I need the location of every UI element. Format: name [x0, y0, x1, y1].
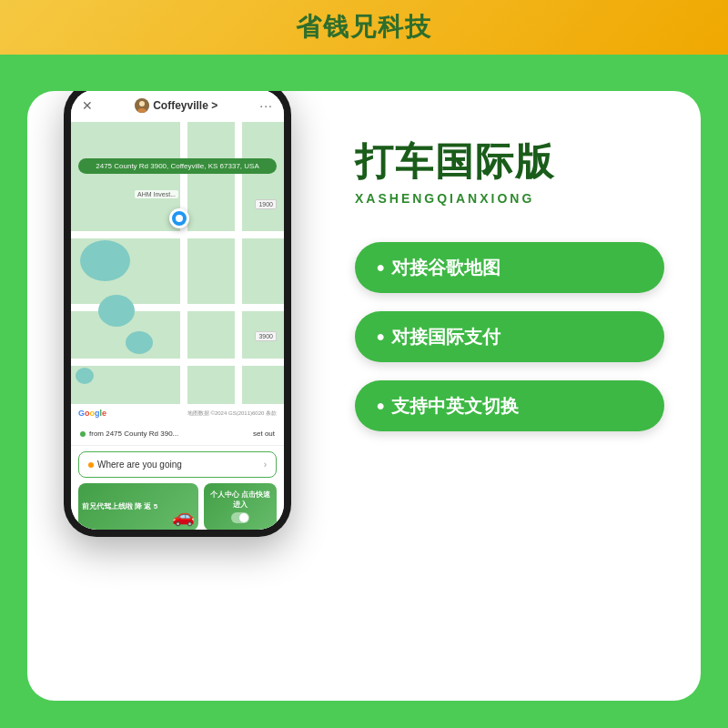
phone-screen: ✕ Coffeyville > ··· [71, 91, 284, 530]
location-label: Coffeyville > [153, 99, 217, 112]
google-logo: Google [78, 409, 106, 418]
feature-label-1: 对接谷歌地图 [391, 256, 500, 280]
road-h1 [71, 231, 284, 238]
set-out-label: set out [253, 430, 275, 438]
bullet-1: • [377, 255, 384, 280]
bullet-3: • [377, 393, 384, 419]
car-icon: 🚗 [172, 505, 195, 527]
map-area: 2475 County Rd 3900, Coffeyville, KS 673… [71, 122, 284, 404]
feature-label-2: 对接国际支付 [391, 325, 500, 349]
pin-inner [176, 215, 183, 222]
promo-banner[interactable]: 前兄代驾上线啦 降 返 5 🚗 [78, 483, 198, 530]
close-icon[interactable]: ✕ [82, 98, 93, 113]
water-body-3 [126, 331, 153, 354]
promo-text: 前兄代驾上线啦 降 返 5 [82, 502, 157, 511]
main-card: ✕ Coffeyville > ··· [27, 91, 701, 701]
app-title: 打车国际版 [355, 136, 664, 187]
where-placeholder: Where are you going [97, 460, 260, 470]
ahm-label: AHM Invest... [135, 190, 178, 198]
banner-title: 省钱兄科技 [296, 10, 432, 45]
map-attribution: 地图数据 ©2024 GS(2011)6020 条款 [187, 410, 277, 418]
google-logo-area: Google 地图数据 ©2024 GS(2011)6020 条款 [71, 404, 284, 422]
bullet-2: • [377, 324, 384, 349]
pin-circle [169, 208, 189, 228]
top-banner: 省钱兄科技 [0, 0, 728, 55]
chevron-right-icon: › [264, 460, 267, 470]
road-h3 [71, 359, 284, 366]
where-row[interactable]: Where are you going › [78, 451, 277, 478]
phone-container: ✕ Coffeyville > ··· [46, 91, 337, 701]
phone-location: Coffeyville > [135, 98, 217, 113]
from-dot [80, 431, 86, 437]
map-pin [169, 208, 189, 228]
feature-language: • 支持中英文切换 [355, 380, 664, 431]
from-address: from 2475 County Rd 390... [89, 430, 249, 438]
destination-dot [88, 462, 94, 468]
svg-point-1 [139, 101, 145, 106]
profile-text: 个人中心 点击快速进入 [207, 490, 273, 510]
phone-outer: ✕ Coffeyville > ··· [64, 91, 291, 537]
feature-label-3: 支持中英文切换 [391, 394, 519, 419]
phone-top-bar: ✕ Coffeyville > ··· [71, 91, 284, 122]
water-body-4 [76, 368, 94, 384]
feature-google-maps: • 对接谷歌地图 [355, 242, 664, 293]
more-icon[interactable]: ··· [259, 98, 273, 113]
road-label-2: 3900 [255, 331, 277, 341]
main-area: ✕ Coffeyville > ··· [0, 55, 728, 728]
phone-bottom-banner: 前兄代驾上线啦 降 返 5 🚗 个人中心 点击快速进入 [78, 483, 277, 530]
road-label-1: 1900 [255, 199, 277, 209]
right-content: 打车国际版 XASHENGQIANXIONG • 对接谷歌地图 • 对接国际支付… [355, 136, 664, 450]
from-row: from 2475 County Rd 390... set out [71, 422, 284, 446]
feature-payment: • 对接国际支付 [355, 311, 664, 362]
app-subtitle: XASHENGQIANXIONG [355, 191, 664, 206]
water-body-2 [98, 295, 135, 327]
phone-bottom-panel: from 2475 County Rd 390... set out Where… [71, 422, 284, 530]
water-body-1 [80, 240, 130, 281]
address-bubble: 2475 County Rd 3900, Coffeyville, KS 673… [78, 158, 277, 174]
toggle-icon [231, 512, 249, 523]
profile-banner[interactable]: 个人中心 点击快速进入 [204, 483, 277, 530]
